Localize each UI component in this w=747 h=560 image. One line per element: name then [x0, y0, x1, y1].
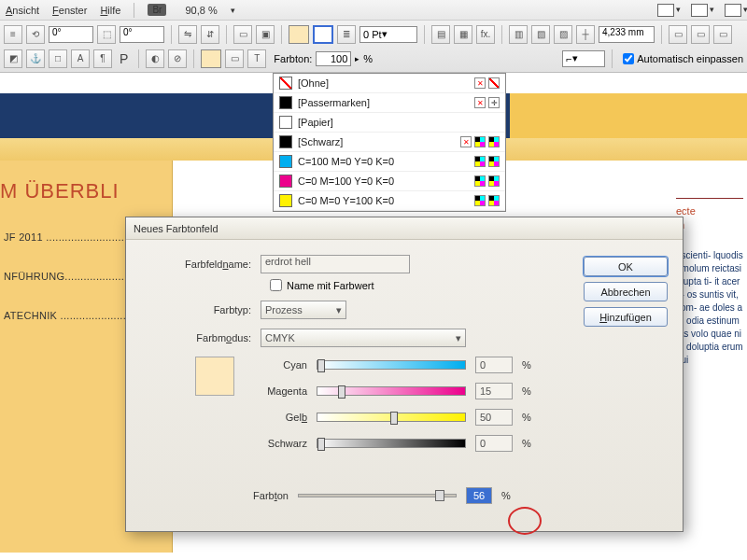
farbton-value-input[interactable]: 56 — [466, 487, 492, 504]
rotate-icon[interactable]: ⟲ — [26, 25, 45, 44]
swatch-chip — [279, 96, 292, 109]
cancel-button[interactable]: Abbrechen — [584, 282, 668, 301]
swatch-row[interactable]: [Schwarz]✕ — [274, 133, 505, 152]
schwarz-label: Schwarz — [251, 438, 307, 449]
swatch-chip — [279, 194, 292, 207]
highlight-circle — [508, 507, 542, 535]
text-frame-icon[interactable]: ▦ — [454, 25, 472, 44]
page-heading: M ÜBERBLI — [0, 179, 172, 203]
swatch-chip — [279, 77, 292, 90]
screen-mode-icon[interactable] — [691, 4, 708, 17]
swatch-name: [Ohne] — [298, 77, 469, 89]
gelb-value[interactable]: 50 — [475, 409, 513, 426]
swatch-row[interactable]: C=0 M=0 Y=100 K=0 — [274, 191, 505, 211]
gelb-slider[interactable] — [317, 413, 466, 422]
stroke-weight-icon[interactable]: ≣ — [337, 25, 356, 44]
name-label: Farbfeldname: — [139, 259, 261, 270]
farbton-slider[interactable] — [298, 494, 457, 497]
menu-ansicht[interactable]: Ansicht — [6, 5, 39, 16]
swatch-cmyk-icon — [488, 175, 500, 187]
swatch-row[interactable]: C=0 M=100 Y=0 K=0 — [274, 172, 505, 191]
fit-icon-3[interactable]: ▨ — [554, 25, 572, 44]
fill-swatch[interactable] — [289, 25, 309, 44]
object-icon[interactable]: □ — [49, 49, 67, 68]
swatch-name: [Papier] — [298, 117, 494, 128]
add-button[interactable]: Hinzufügen — [584, 307, 668, 327]
measure-icon[interactable]: ┼ — [576, 25, 595, 44]
menu-hilfe[interactable]: Hilfe — [100, 5, 120, 16]
swatch-cmyk-icon — [488, 136, 500, 147]
swatch-name: [Schwarz] — [298, 136, 455, 147]
magenta-value[interactable]: 15 — [475, 383, 513, 399]
swatch-row[interactable]: [Passermarken]✕✛ — [274, 93, 505, 113]
shear-input[interactable]: 0° — [120, 26, 164, 43]
schwarz-value[interactable]: 0 — [475, 435, 513, 452]
schwarz-slider[interactable] — [317, 439, 466, 448]
fill-swatch-2[interactable] — [201, 49, 221, 68]
apply-color-icon[interactable]: ▭ — [225, 49, 244, 68]
flip-v-icon[interactable]: ⇵ — [201, 25, 219, 44]
menu-fenster[interactable]: Fenster — [52, 5, 87, 16]
select-container-icon[interactable]: ▣ — [256, 25, 275, 44]
type-select[interactable]: Prozess▾ — [261, 301, 346, 319]
color-preview — [195, 357, 234, 396]
mode-select[interactable]: CMYK▾ — [261, 329, 466, 347]
swatch-cmyk-icon — [474, 156, 486, 167]
fit-icon-2[interactable]: ▧ — [531, 25, 550, 44]
opacity-icon[interactable]: ◐ — [146, 49, 164, 68]
farbton-value[interactable]: 100 — [316, 51, 351, 66]
swatch-chip — [279, 155, 292, 168]
swatch-row[interactable]: [Papier] — [274, 113, 505, 133]
swatch-cross-icon: ✛ — [488, 97, 500, 108]
name-input[interactable]: erdrot hell — [261, 255, 410, 273]
frame-fit-a-icon[interactable]: ▭ — [669, 25, 687, 44]
swatch-name: C=100 M=0 Y=0 K=0 — [298, 156, 469, 167]
frame-fit-b-icon[interactable]: ▭ — [691, 25, 710, 44]
view-mode-icon[interactable] — [657, 4, 674, 17]
arrange-icon[interactable] — [725, 4, 741, 17]
cyan-slider[interactable] — [317, 360, 466, 370]
swatch-cmyk-icon — [474, 136, 486, 147]
align-icon[interactable]: ≡ — [4, 25, 22, 44]
swatch-cmyk-icon — [474, 175, 486, 187]
autofit-checkbox[interactable]: Automatisch einpassen — [623, 53, 743, 64]
stroke-swatch[interactable] — [313, 25, 333, 44]
anchor-icon[interactable]: ⚓ — [26, 49, 45, 68]
rotate-input[interactable]: 0° — [49, 26, 93, 43]
zoom-level[interactable]: 90,8 % — [185, 5, 217, 16]
fit-icon-1[interactable]: ▥ — [509, 25, 528, 44]
flip-h-icon[interactable]: ⇋ — [178, 25, 197, 44]
swatch-cmyk-icon — [488, 195, 500, 206]
swatch-name: C=0 M=0 Y=100 K=0 — [298, 195, 469, 206]
swatches-dropdown[interactable]: [Ohne]✕[Passermarken]✕✛[Papier][Schwarz]… — [273, 73, 506, 212]
para-icon[interactable]: ¶ — [93, 49, 112, 68]
yellow-band — [510, 93, 747, 138]
corner-icon[interactable]: ◩ — [4, 49, 22, 68]
measure-input[interactable]: 4,233 mm — [599, 26, 655, 43]
char-icon[interactable]: A — [71, 49, 90, 68]
percent-sign: % — [363, 53, 373, 64]
shear-icon[interactable]: ⬚ — [97, 25, 116, 44]
swatch-x-icon: ✕ — [474, 77, 486, 89]
ok-button[interactable]: OK — [584, 257, 668, 276]
swatch-name: C=0 M=100 Y=0 K=0 — [298, 175, 469, 187]
stroke-weight-select[interactable]: 0 Pt▾ — [359, 26, 417, 43]
text-color-icon[interactable]: T — [247, 49, 266, 68]
select-content-icon[interactable]: ▭ — [233, 25, 252, 44]
right-page: ecte m escienti- lquodis emolum reictasi… — [672, 190, 747, 560]
menu-bar: Ansicht Fenster Hilfe Br 90,8 % ▾ — [0, 0, 747, 21]
fx-icon[interactable]: fx. — [476, 25, 495, 44]
frame-fit-c-icon[interactable]: ▭ — [713, 25, 732, 44]
text-wrap-icon[interactable]: ▤ — [431, 25, 450, 44]
farbton-slider-label: Farbton — [233, 490, 289, 501]
no-stroke-icon[interactable]: ⊘ — [168, 49, 187, 68]
swatch-row[interactable]: C=100 M=0 Y=0 K=0 — [274, 152, 505, 172]
corner-style-select[interactable]: ⌐▾ — [562, 50, 605, 67]
swatch-row[interactable]: [Ohne]✕ — [274, 74, 505, 93]
magenta-slider[interactable] — [317, 386, 466, 396]
mode-label: Farbmodus: — [139, 332, 261, 343]
swatch-cmyk-icon — [474, 195, 486, 206]
control-toolbar: ≡ ⟲ 0° ⬚ 0° ⇋ ⇵ ▭ ▣ ≣ 0 Pt▾ ▤ ▦ fx. ▥ ▧ … — [0, 21, 747, 73]
cyan-value[interactable]: 0 — [475, 357, 513, 373]
bridge-badge[interactable]: Br — [148, 4, 166, 16]
